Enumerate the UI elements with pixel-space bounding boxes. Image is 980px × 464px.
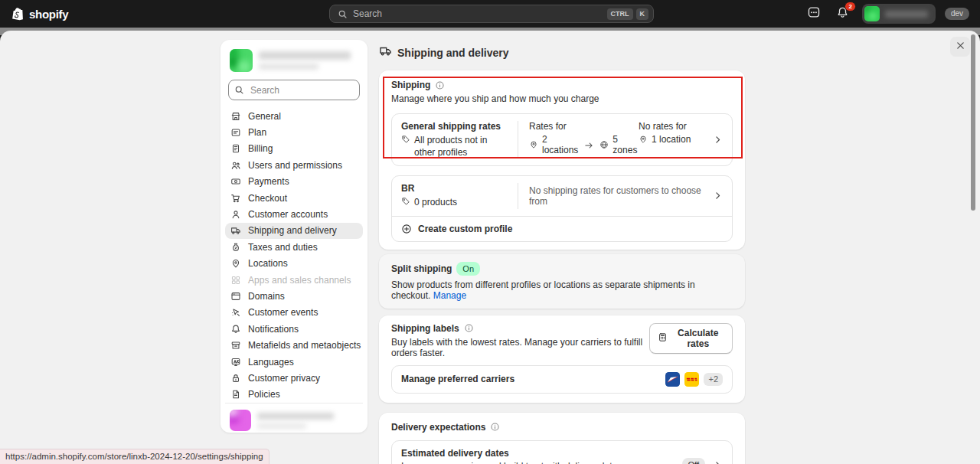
rates-zones: 5 zones	[612, 134, 639, 155]
topbar: shopify Search CTRL K 2 dev	[0, 0, 980, 28]
plus-circle-icon	[401, 224, 412, 234]
sidebar-item-label: Apps and sales channels	[248, 275, 351, 286]
shipping-labels-title: Shipping labels	[391, 323, 459, 334]
sidebar-item-label: Notifications	[248, 324, 299, 335]
store-menu-button[interactable]	[862, 4, 936, 24]
store-avatar	[230, 49, 253, 72]
delivery-expectations-box: Estimated delivery dates Increase conver…	[391, 440, 733, 464]
settings-modal: GeneralPlanBillingUsers and permissionsP…	[0, 31, 980, 464]
global-search-input[interactable]: Search CTRL K	[329, 5, 654, 23]
sidebar-item-payments[interactable]: Payments	[225, 174, 363, 190]
sidebar-item-domains[interactable]: Domains	[225, 288, 363, 304]
sidebar-nav: GeneralPlanBillingUsers and permissionsP…	[225, 108, 363, 403]
no-rates-for-label: No rates for	[639, 121, 691, 132]
sidebar-item-locations[interactable]: Locations	[225, 256, 363, 272]
store-name-redacted	[259, 51, 358, 70]
sidebar-item-apps-and-sales-channels: Apps and sales channels	[225, 272, 363, 288]
users-icon	[230, 160, 241, 171]
customer-events-icon	[230, 307, 241, 318]
inbox-icon	[807, 5, 821, 22]
privacy-icon	[230, 373, 241, 384]
sidebar-item-metafields-and-metaobjects[interactable]: Metafields and metaobjects	[225, 337, 363, 353]
sidebar-item-label: Billing	[248, 143, 273, 154]
row-description: Increase conversion and build trust with…	[401, 461, 675, 464]
settings-search-input[interactable]	[228, 80, 360, 100]
sidebar-item-notifications[interactable]: Notifications	[225, 321, 363, 337]
shipping-title-text: Shipping	[391, 80, 430, 90]
dhl-carrier-icon	[684, 372, 699, 387]
user-footer[interactable]	[225, 403, 363, 433]
sidebar-item-label: Customer accounts	[248, 209, 328, 220]
manage-preferred-carriers-row[interactable]: Manage preferred carriers +2	[391, 365, 733, 394]
sidebar-item-policies[interactable]: Policies	[225, 387, 363, 403]
policies-icon	[230, 389, 241, 400]
sidebar-item-customer-accounts[interactable]: Customer accounts	[225, 206, 363, 222]
profile-products: 0 products	[414, 196, 457, 208]
sidebar-item-checkout[interactable]: Checkout	[225, 190, 363, 206]
status-url: https://admin.shopify.com/store/linxb-20…	[5, 452, 263, 461]
truck-icon	[379, 44, 392, 60]
sidebar-item-plan[interactable]: Plan	[225, 124, 363, 140]
manage-link[interactable]: Manage	[433, 290, 466, 301]
environment-badge: dev	[945, 8, 969, 20]
globe-icon	[599, 140, 609, 149]
user-name-redacted	[257, 413, 358, 429]
estimated-delivery-dates-row[interactable]: Estimated delivery dates Increase conver…	[392, 441, 732, 464]
locations-icon	[230, 258, 241, 269]
ctrl-key-badge: CTRL	[607, 8, 633, 20]
sidebar-item-taxes-and-duties[interactable]: Taxes and duties	[225, 239, 363, 255]
sidebar-item-label: Policies	[248, 389, 280, 400]
rates-for-label: Rates for	[529, 121, 639, 132]
taxes-icon	[230, 242, 241, 253]
more-carriers-badge: +2	[704, 373, 723, 386]
br-profile-row[interactable]: BR 0 products No shipping rates for cust…	[392, 176, 732, 215]
split-shipping-card: Split shipping On Show products from dif…	[379, 254, 745, 309]
sidebar-item-general[interactable]: General	[225, 108, 363, 124]
status-url-bar: https://admin.shopify.com/store/linxb-20…	[0, 449, 270, 464]
apps-icon	[230, 275, 241, 286]
calculate-rates-button[interactable]: Calculate rates	[649, 323, 733, 354]
settings-sidebar: GeneralPlanBillingUsers and permissionsP…	[220, 40, 368, 433]
languages-icon	[230, 357, 241, 368]
settings-search[interactable]	[228, 80, 360, 100]
scrollbar-thumb[interactable]	[971, 34, 975, 211]
sidebar-item-shipping-and-delivery[interactable]: Shipping and delivery	[225, 223, 363, 239]
info-icon[interactable]	[435, 80, 445, 90]
notifications-button[interactable]: 2	[833, 4, 853, 24]
calculate-rates-label: Calculate rates	[672, 328, 724, 349]
notification-count-badge: 2	[844, 2, 855, 11]
search-icon	[338, 9, 348, 19]
close-settings-button[interactable]	[950, 37, 970, 57]
profile-products: All products not in other profiles	[414, 134, 510, 158]
shipping-card: Shipping Manage where you ship and how m…	[379, 70, 745, 250]
profile-name: General shipping rates	[401, 121, 510, 132]
sidebar-item-label: Languages	[248, 357, 294, 368]
status-badge-on: On	[456, 262, 480, 276]
chevron-right-icon	[713, 460, 723, 464]
sidebar-item-billing[interactable]: Billing	[225, 141, 363, 157]
sidebar-item-label: Customer privacy	[248, 373, 320, 384]
delivery-expectations-title-row: Delivery expectations	[391, 422, 733, 433]
metafields-icon	[230, 340, 241, 351]
sidebar-item-label: Checkout	[248, 193, 287, 204]
notifications-icon	[230, 324, 241, 335]
store-avatar	[864, 6, 880, 21]
sidebar-item-customer-events[interactable]: Customer events	[225, 305, 363, 321]
customer-accounts-icon	[230, 209, 241, 220]
sidebar-item-languages[interactable]: Languages	[225, 354, 363, 370]
plan-icon	[230, 127, 241, 138]
info-icon[interactable]	[490, 422, 500, 432]
user-avatar	[230, 410, 251, 431]
shipping-section-subtitle: Manage where you ship and how much you c…	[391, 93, 733, 104]
inbox-button[interactable]	[804, 4, 824, 24]
page-header: Shipping and delivery	[379, 44, 745, 60]
shopify-logo[interactable]: shopify	[11, 7, 68, 21]
sidebar-item-users-and-permissions[interactable]: Users and permissions	[225, 157, 363, 173]
info-icon[interactable]	[464, 323, 474, 333]
domains-icon	[230, 291, 241, 302]
general-shipping-rates-row[interactable]: General shipping rates All products not …	[392, 114, 732, 165]
sidebar-item-customer-privacy[interactable]: Customer privacy	[225, 370, 363, 386]
page-title: Shipping and delivery	[397, 47, 508, 59]
no-rates-locations: 1 location	[652, 134, 691, 145]
create-custom-profile-button[interactable]: Create custom profile	[392, 216, 732, 241]
